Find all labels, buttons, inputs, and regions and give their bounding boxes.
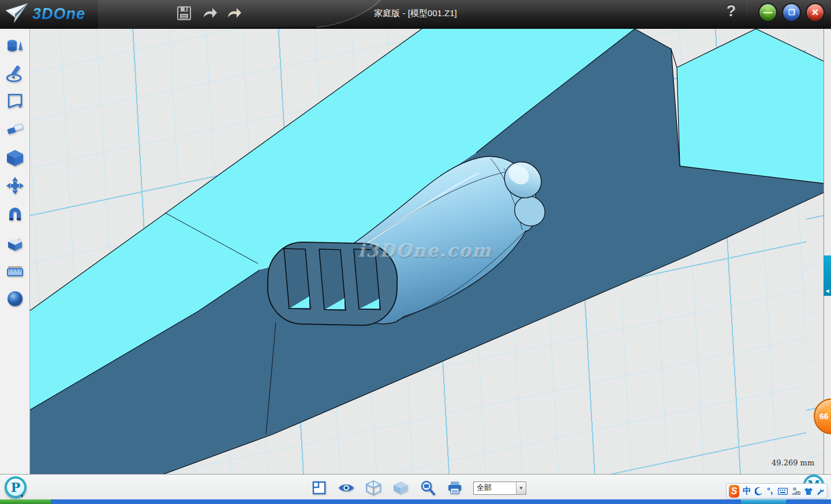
tool-surface-icon[interactable] xyxy=(6,92,24,110)
measurement-label: 49.269 mm xyxy=(772,458,814,467)
ime-user-level-icon[interactable]: 14 xyxy=(791,486,800,497)
panel-expand-tab[interactable]: ◀ xyxy=(823,255,831,296)
viewport-canvas[interactable]: i3DOne.com 49.269 mm xyxy=(30,29,823,474)
display-filter-value: 全部 xyxy=(474,483,516,493)
close-button[interactable]: ✕ xyxy=(806,3,825,22)
taskbar-start-segment xyxy=(0,499,51,504)
ime-skin-shirt-icon[interactable] xyxy=(804,486,813,497)
print-icon[interactable] xyxy=(446,480,463,496)
tool-primitives-icon[interactable] xyxy=(6,36,24,55)
tool-parts-box-icon[interactable] xyxy=(6,234,24,252)
ime-logo-sogou[interactable]: S xyxy=(729,485,739,498)
view-plane-icon[interactable] xyxy=(310,480,328,496)
ime-language-button[interactable]: 中 xyxy=(743,486,751,497)
chevron-left-icon: ◀ xyxy=(825,288,829,294)
tool-move-icon[interactable] xyxy=(6,176,24,195)
help-button[interactable]: ? xyxy=(723,2,740,24)
os-taskbar-strip xyxy=(0,499,831,504)
zoom-search-icon[interactable] xyxy=(419,480,436,496)
ime-moon-icon[interactable] xyxy=(755,486,763,497)
ime-keyboard-icon[interactable] xyxy=(778,486,788,497)
maximize-button[interactable]: ❒ xyxy=(782,3,801,22)
p-level-letter: P xyxy=(11,480,21,495)
tool-sweep-icon[interactable] xyxy=(6,120,24,138)
ime-punctuation-icon[interactable] xyxy=(766,486,774,497)
tool-magnet-icon[interactable] xyxy=(6,205,24,224)
wireframe-cube-icon[interactable] xyxy=(365,480,382,496)
ime-wrench-icon[interactable] xyxy=(817,486,825,497)
title-bar: 3DOne 家庭版 - [模型001.Z1] ? — ❒ ✕ xyxy=(0,0,831,29)
ime-toolbar: S 中 14 xyxy=(726,483,828,499)
model-grille-face[interactable] xyxy=(267,242,398,326)
model-face-right-cyan[interactable] xyxy=(677,29,823,183)
display-filter-dropdown[interactable]: 全部 ▼ xyxy=(473,482,526,495)
tool-measure-icon[interactable] xyxy=(6,262,24,280)
tool-solid-cube-icon[interactable] xyxy=(6,149,24,167)
model-scene xyxy=(30,29,823,474)
minimize-button[interactable]: — xyxy=(758,3,777,22)
promo-badge-text: 66 xyxy=(819,412,829,421)
status-bar: P ▾ 全部 ▼ M xyxy=(0,474,831,499)
ime-level-number: 14 xyxy=(796,491,800,495)
titlebar-divider xyxy=(747,2,747,25)
p-badge-dropdown-caret[interactable]: ▾ xyxy=(21,493,24,499)
dropdown-arrow-icon: ▼ xyxy=(516,482,526,494)
shaded-cube-icon[interactable] xyxy=(392,480,409,496)
left-toolbar xyxy=(0,29,30,474)
tool-sketch-icon[interactable] xyxy=(6,64,24,82)
visibility-eye-icon[interactable] xyxy=(338,480,355,496)
tool-render-sphere-icon[interactable] xyxy=(6,289,24,308)
taskbar-light-segment xyxy=(741,499,786,504)
window-title: 家庭版 - [模型001.Z1] xyxy=(0,8,831,19)
